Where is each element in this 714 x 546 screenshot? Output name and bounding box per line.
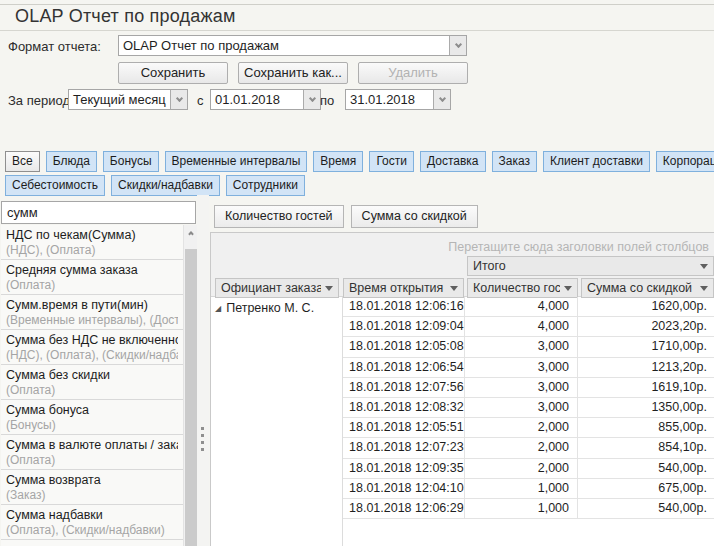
category-tab[interactable]: Бонусы	[103, 151, 159, 172]
cell-guests: 3,000	[465, 337, 578, 356]
column-header-guests[interactable]: Количество гостей	[467, 278, 578, 298]
field-title: Сумма бонуса	[6, 402, 178, 418]
column-header-sum[interactable]: Сумма со скидкой	[581, 278, 714, 298]
field-categories: (Оплата)	[6, 278, 178, 293]
cell-guests: 2,000	[465, 459, 578, 478]
table-row[interactable]: 18.01.2018 12:06:29 1,000 540,00р.	[343, 499, 714, 519]
totals-column-header[interactable]: Итого	[467, 256, 714, 276]
dropdown-arrow-icon[interactable]	[325, 286, 333, 291]
field-categories: (НДС), (Оплата), (Скидки/надбавки)	[6, 348, 178, 363]
table-row[interactable]: 18.01.2018 12:05:08 3,000 1710,00р.	[343, 337, 714, 357]
column-header-open-time[interactable]: Время открытия	[343, 278, 464, 298]
field-categories: (Временные интервалы), (Доставка)	[6, 313, 178, 328]
field-list-item[interactable]: Сумма возврата (Заказ)	[1, 470, 183, 505]
dropdown-arrow-icon[interactable]	[700, 286, 708, 291]
cell-sum: 855,00р.	[578, 418, 714, 437]
cell-open-time: 18.01.2018 12:05:51	[343, 418, 465, 437]
table-row[interactable]: 18.01.2018 12:06:54 3,000 1213,20р.	[343, 358, 714, 378]
column-drop-hint: Перетащите сюда заголовки полей столбцов	[448, 240, 709, 254]
field-list-item[interactable]: Средняя сумма заказа (Оплата)	[1, 260, 183, 295]
cell-guests: 3,000	[465, 358, 578, 377]
category-tab[interactable]: Корпорация	[656, 151, 714, 172]
column-header-waiter[interactable]: Официант заказа	[215, 278, 339, 298]
category-tab[interactable]: Гости	[369, 151, 414, 172]
category-tab[interactable]: Время	[313, 151, 363, 172]
period-select[interactable]: Текущий месяц	[68, 89, 188, 110]
table-row[interactable]: 18.01.2018 12:09:35 2,000 540,00р.	[343, 459, 714, 479]
column-header-label: Официант заказа	[221, 281, 321, 295]
dropdown-arrow-icon[interactable]	[700, 264, 708, 269]
cell-guests: 4,000	[465, 297, 578, 316]
field-title: Сумма без скидки	[6, 367, 178, 383]
splitter-grip-icon	[201, 427, 204, 451]
category-tab[interactable]: Себестоимость	[5, 175, 105, 196]
save-as-button[interactable]: Сохранить как...	[238, 62, 348, 84]
scrollbar-thumb[interactable]	[185, 249, 197, 546]
column-header-label: Время открытия	[349, 281, 446, 295]
category-tab[interactable]: Сотрудники	[226, 175, 305, 196]
cell-guests: 2,000	[465, 438, 578, 457]
dropdown-arrow-icon[interactable]	[564, 286, 572, 291]
cell-open-time: 18.01.2018 12:04:10	[343, 479, 465, 498]
cell-sum: 1619,10р.	[578, 378, 714, 397]
column-header-label: Количество гостей	[473, 281, 560, 295]
tab-all[interactable]: Все	[5, 151, 40, 172]
cell-open-time: 18.01.2018 12:06:54	[343, 358, 465, 377]
category-tab[interactable]: Скидки/надбавки	[111, 175, 220, 196]
category-tab[interactable]: Клиент доставки	[543, 151, 650, 172]
format-select[interactable]: OLAP Отчет по продажам	[118, 35, 467, 56]
measure-chip[interactable]: Сумма со скидкой	[351, 205, 478, 228]
table-row[interactable]: 18.01.2018 12:09:04 4,000 2023,20р.	[343, 317, 714, 337]
page-title: OLAP Отчет по продажам	[8, 6, 242, 27]
field-list-item[interactable]: Сумма надбавки (Оплата), (Скидки/надбавк…	[1, 505, 183, 540]
field-list-item[interactable]: Сумм.время в пути(мин) (Временные интерв…	[1, 295, 183, 330]
date-from-value: 01.01.2018	[211, 92, 303, 107]
group-expand-icon[interactable]: ◢	[215, 304, 221, 313]
save-button[interactable]: Сохранить	[118, 62, 228, 84]
format-label: Формат отчета:	[8, 39, 101, 54]
table-row[interactable]: 18.01.2018 12:07:56 3,000 1619,10р.	[343, 378, 714, 398]
pivot-grid: Перетащите сюда заголовки полей столбцов…	[210, 232, 714, 546]
cell-sum: 1710,00р.	[578, 337, 714, 356]
field-list-scrollbar[interactable]	[183, 225, 197, 546]
table-row[interactable]: 18.01.2018 12:07:23 2,000 854,10р.	[343, 438, 714, 458]
category-tab[interactable]: Временные интервалы	[165, 151, 308, 172]
cell-open-time: 18.01.2018 12:07:56	[343, 378, 465, 397]
chevron-down-icon[interactable]	[170, 90, 187, 109]
category-tab[interactable]: Заказ	[492, 151, 537, 172]
group-row-waiter[interactable]: ◢Петренко М. С.	[211, 297, 343, 546]
field-list-item[interactable]: Сумма в валюте оплаты / заказ (Оплата)	[1, 435, 183, 470]
totals-header-label: Итого	[473, 259, 696, 273]
chevron-down-icon[interactable]	[303, 90, 320, 109]
field-categories: (Заказ)	[6, 488, 178, 503]
table-row[interactable]: 18.01.2018 12:04:10 1,000 675,00р.	[343, 479, 714, 499]
date-to-picker[interactable]: 31.01.2018	[345, 89, 451, 110]
chevron-down-icon[interactable]	[433, 90, 450, 109]
date-from-picker[interactable]: 01.01.2018	[210, 89, 321, 110]
dropdown-arrow-icon[interactable]	[450, 286, 458, 291]
date-to-label: по	[320, 93, 334, 108]
chevron-down-icon[interactable]	[449, 36, 466, 55]
delete-button: Удалить	[358, 62, 468, 84]
field-list-item[interactable]: НДС по чекам(Сумма) (НДС), (Оплата)	[1, 225, 183, 260]
cell-open-time: 18.01.2018 12:05:08	[343, 337, 465, 356]
scroll-up-icon[interactable]	[184, 225, 198, 241]
field-list-item[interactable]: Сумма без скидки (Оплата)	[1, 365, 183, 400]
field-search-input[interactable]	[1, 201, 196, 224]
category-tab[interactable]: Блюда	[46, 151, 97, 172]
measure-chip[interactable]: Количество гостей	[214, 205, 344, 228]
cell-open-time: 18.01.2018 12:09:35	[343, 459, 465, 478]
table-row[interactable]: 18.01.2018 12:06:16 4,000 1620,00р.	[343, 297, 714, 317]
table-row[interactable]: 18.01.2018 12:08:32 3,000 1350,00р.	[343, 398, 714, 418]
panel-splitter[interactable]	[197, 195, 209, 546]
cell-guests: 3,000	[465, 398, 578, 417]
table-row[interactable]: 18.01.2018 12:05:51 2,000 855,00р.	[343, 418, 714, 438]
cell-sum: 540,00р.	[578, 499, 714, 518]
category-tabs-row-1: Все БлюдаБонусыВременные интервалыВремяГ…	[5, 151, 714, 172]
field-list-item[interactable]: Сумма бонуса (Бонусы)	[1, 400, 183, 435]
field-list-item[interactable]: Сумма без НДС не включенного в с (НДС), …	[1, 330, 183, 365]
category-tab[interactable]: Доставка	[420, 151, 486, 172]
cell-guests: 4,000	[465, 317, 578, 336]
cell-open-time: 18.01.2018 12:09:04	[343, 317, 465, 336]
cell-open-time: 18.01.2018 12:06:29	[343, 499, 465, 518]
